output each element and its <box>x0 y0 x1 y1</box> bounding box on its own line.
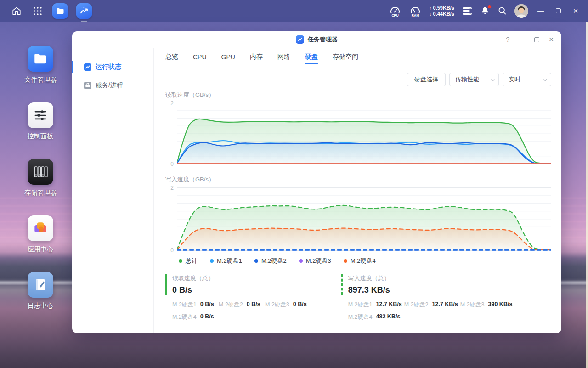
read-chart-ymax: 2 <box>165 100 174 107</box>
sidebar-active-indicator <box>72 61 74 73</box>
read-total-value: 0 B/s <box>172 285 337 295</box>
read-stats-block: 读取速度（总） 0 B/s M.2硬盘10 B/sM.2硬盘20 B/sM.2硬… <box>165 274 337 321</box>
time-range-dropdown[interactable]: 实时 <box>503 73 551 86</box>
read-speed-chart: 2 0 <box>165 103 551 164</box>
task-manager-window: 任务管理器 ? — ✕ 运行状态服务/进程 总览CPUGPU内存网络硬盘存储空间… <box>72 31 561 333</box>
legend-item-2[interactable]: M.2硬盘2 <box>254 257 287 265</box>
window-controls: ? — ✕ <box>506 31 554 48</box>
control-panel-icon <box>28 102 53 128</box>
desktop-close-icon[interactable]: ✕ <box>571 7 581 15</box>
read-chart-title: 读取速度（GB/s） <box>165 91 551 99</box>
legend-label: M.2硬盘3 <box>306 257 331 265</box>
tab-6[interactable]: 存储空间 <box>333 48 358 66</box>
chart-legend: 总计M.2硬盘1M.2硬盘2M.2硬盘3M.2硬盘4 <box>165 257 551 265</box>
network-speed-readout[interactable]: ↑ 0.59KB/s ↓ 0.44KB/s <box>429 5 454 17</box>
window-body: 运行状态服务/进程 总览CPUGPU内存网络硬盘存储空间 硬盘选择 传输性能 实… <box>72 48 561 333</box>
desktop-icon-control-panel[interactable]: 控制面板 <box>7 102 74 141</box>
legend-dot-icon <box>344 259 347 263</box>
sidebar-item-services[interactable]: 服务/进程 <box>72 76 153 95</box>
disk-stat-value: 0 B/s <box>247 301 260 309</box>
write-stats-block: 写入速度（总） 897.3 KB/s M.2硬盘112.7 KB/sM.2硬盘2… <box>341 274 551 321</box>
legend-item-1[interactable]: M.2硬盘1 <box>210 257 242 265</box>
desktop-icon-file-manager[interactable]: 文件管理器 <box>7 46 74 84</box>
disk-select-button[interactable]: 硬盘选择 <box>407 73 446 86</box>
notification-bell-icon[interactable] <box>480 6 490 16</box>
app-grid-icon[interactable] <box>31 5 44 17</box>
taskbar: CPU RAM ↑ 0.59KB/s ↓ 0.44KB/s <box>0 0 588 22</box>
performance-dropdown[interactable]: 传输性能 <box>449 73 499 86</box>
cpu-label: CPU <box>391 13 398 17</box>
read-disk-stat-1: M.2硬盘20 B/s <box>219 301 265 309</box>
file-manager-icon <box>28 46 53 72</box>
tab-0[interactable]: 总览 <box>165 48 178 66</box>
taskbar-task-manager-icon[interactable] <box>76 3 92 19</box>
window-title-group: 任务管理器 <box>296 35 338 44</box>
disk-stat-value: 12.7 KB/s <box>432 301 458 309</box>
tab-1[interactable]: CPU <box>193 48 207 66</box>
write-disk-stat-3: M.2硬盘4482 KB/s <box>348 313 404 321</box>
window-titlebar[interactable]: 任务管理器 ? — ✕ <box>72 31 561 48</box>
chevron-down-icon <box>491 77 495 81</box>
legend-item-0[interactable]: 总计 <box>179 257 198 265</box>
tab-3[interactable]: 内存 <box>250 48 263 66</box>
legend-dot-icon <box>210 259 214 263</box>
tab-5-active[interactable]: 硬盘 <box>305 48 318 66</box>
window-minimize-icon[interactable]: — <box>519 36 525 43</box>
search-icon[interactable] <box>498 6 507 16</box>
write-chart-canvas <box>177 187 551 251</box>
legend-label: M.2硬盘1 <box>217 257 242 265</box>
write-total-value: 897.3 KB/s <box>348 285 551 295</box>
desktop-icon-label: 控制面板 <box>28 132 53 141</box>
disk-stat-label: M.2硬盘4 <box>172 313 197 321</box>
window-title: 任务管理器 <box>308 35 338 44</box>
read-per-disk-stats: M.2硬盘10 B/sM.2硬盘20 B/sM.2硬盘30 B/sM.2硬盘40… <box>165 301 337 321</box>
sidebar-item-label: 服务/进程 <box>96 81 123 90</box>
read-disk-stat-3: M.2硬盘40 B/s <box>172 313 219 321</box>
app-center-icon <box>28 215 53 241</box>
desktop-icon-label: 文件管理器 <box>24 76 57 84</box>
storage-server-icon[interactable] <box>462 6 473 16</box>
write-chart-title: 写入速度（GB/s） <box>165 176 551 184</box>
legend-dot-icon <box>254 259 258 263</box>
desktop-minimize-icon[interactable]: — <box>536 7 546 15</box>
user-avatar[interactable] <box>514 4 528 18</box>
ram-monitor-icon[interactable]: RAM <box>409 5 422 17</box>
tab-2[interactable]: GPU <box>221 48 235 66</box>
write-disk-stat-1: M.2硬盘212.7 KB/s <box>404 301 460 309</box>
cpu-monitor-icon[interactable]: CPU <box>389 5 401 17</box>
services-icon <box>84 82 91 89</box>
main-panel: 总览CPUGPU内存网络硬盘存储空间 硬盘选择 传输性能 实时 读取速度（GB/… <box>154 48 561 333</box>
read-chart-canvas <box>177 103 551 164</box>
desktop-icon-column: 文件管理器 控制面板 存储管理器 <box>7 46 74 328</box>
chart-controls-row: 硬盘选择 传输性能 实时 <box>165 73 551 86</box>
desktop-icon-app-center[interactable]: 应用中心 <box>7 215 74 254</box>
read-total-label: 读取速度（总） <box>172 274 337 283</box>
home-icon[interactable] <box>10 5 23 17</box>
desktop-icon-log-center[interactable]: 日志中心 <box>7 272 74 310</box>
desktop-maximize-icon[interactable] <box>553 7 563 15</box>
read-chart-ymin: 0 <box>165 161 174 167</box>
storage-manager-icon <box>28 159 53 185</box>
stats-row: 读取速度（总） 0 B/s M.2硬盘10 B/sM.2硬盘20 B/sM.2硬… <box>165 274 551 321</box>
write-disk-stat-2: M.2硬盘3390 KB/s <box>460 301 516 309</box>
sidebar-item-status[interactable]: 运行状态 <box>72 58 153 76</box>
disk-stat-value: 12.7 KB/s <box>376 301 402 309</box>
tab-4[interactable]: 网络 <box>277 48 290 66</box>
legend-item-4[interactable]: M.2硬盘4 <box>344 257 376 265</box>
legend-dot-icon <box>299 259 303 263</box>
window-sidebar: 运行状态服务/进程 <box>72 48 154 333</box>
legend-dot-icon <box>179 259 182 263</box>
write-total-label: 写入速度（总） <box>348 274 551 283</box>
window-close-icon[interactable]: ✕ <box>548 36 554 43</box>
task-manager-app-icon <box>296 35 304 44</box>
legend-item-3[interactable]: M.2硬盘3 <box>299 257 331 265</box>
disk-stat-label: M.2硬盘2 <box>404 301 429 309</box>
disk-stat-label: M.2硬盘4 <box>348 313 373 321</box>
taskbar-tray: CPU RAM ↑ 0.59KB/s ↓ 0.44KB/s <box>389 4 588 18</box>
read-disk-stat-0: M.2硬盘10 B/s <box>172 301 219 309</box>
window-maximize-icon[interactable] <box>534 37 539 42</box>
taskbar-file-manager-icon[interactable] <box>52 3 68 19</box>
desktop-icon-storage-manager[interactable]: 存储管理器 <box>7 159 74 197</box>
disk-stat-value: 482 KB/s <box>376 313 401 321</box>
help-icon[interactable]: ? <box>506 36 509 43</box>
